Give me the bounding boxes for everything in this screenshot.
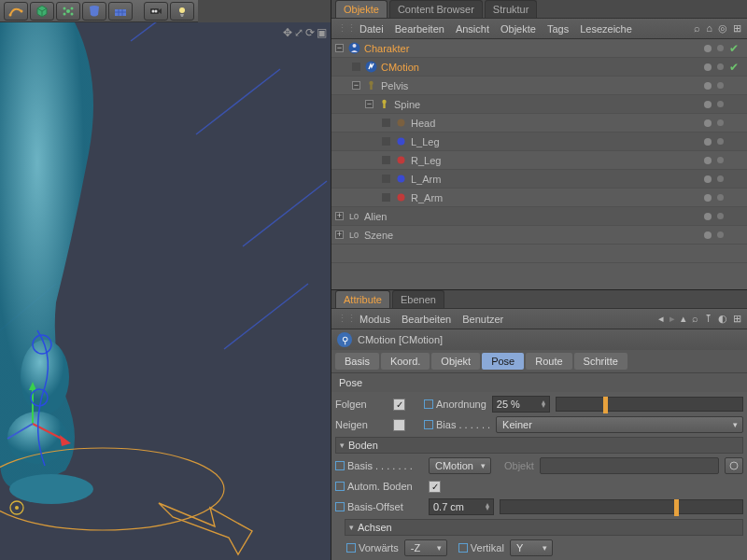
enable-check[interactable]: ✔ — [729, 43, 739, 54]
nav-back-icon[interactable]: ◂ — [658, 313, 664, 325]
tool-camera-icon[interactable] — [144, 2, 168, 21]
viewport-3d[interactable]: ✥ ⤢ ⟳ ▣ — [0, 22, 331, 560]
grip-icon[interactable]: ⋮⋮⋮ — [337, 22, 348, 35]
subtab-koord[interactable]: Koord. — [381, 353, 430, 370]
group-boden[interactable]: Boden — [335, 437, 743, 454]
gear-icon[interactable]: ◐ — [718, 313, 727, 325]
menu-lesezeichen[interactable]: Lesezeiche — [580, 23, 632, 35]
menu-benutzer[interactable]: Benutzer — [462, 314, 503, 325]
menu-tags[interactable]: Tags — [547, 23, 569, 35]
subtab-route[interactable]: Route — [526, 353, 571, 370]
select-vertikal[interactable]: Y — [510, 539, 553, 556]
svg-line-17 — [243, 181, 327, 246]
vp-zoom-icon[interactable]: ⤢ — [294, 26, 303, 39]
tree-item-alien[interactable]: Alien — [364, 211, 387, 222]
chk-neigen[interactable] — [393, 419, 405, 431]
tab-struktur[interactable]: Struktur — [485, 0, 538, 18]
tree-item-charakter[interactable]: Charakter — [364, 43, 409, 54]
tree-item-lleg[interactable]: L_Leg — [411, 136, 440, 147]
svg-point-45 — [730, 462, 738, 469]
input-objekt[interactable] — [540, 457, 719, 474]
chk-folgen[interactable]: ✓ — [393, 399, 405, 411]
lbl-vorwarts: Vorwärts — [359, 542, 399, 553]
tool-atom-icon[interactable] — [56, 2, 80, 21]
svg-point-5 — [63, 13, 66, 16]
svg-point-1 — [21, 10, 23, 13]
menu-icon[interactable]: ⊞ — [733, 22, 741, 35]
attr-subtabs: Basis Koord. Objekt Pose Route Schritte — [331, 350, 747, 373]
slider-anordnung[interactable] — [556, 397, 743, 412]
menu-objekte[interactable]: Objekte — [500, 23, 536, 35]
tool-deformer-icon[interactable] — [82, 2, 106, 21]
expander[interactable]: − — [335, 44, 344, 52]
lbl-basis-offset: Basis-Offset — [347, 501, 403, 512]
nav-fwd-icon[interactable]: ▸ — [669, 313, 675, 325]
home-icon[interactable]: ⌂ — [706, 22, 712, 35]
tree-item-szene[interactable]: Szene — [364, 230, 393, 241]
input-basis-offset[interactable]: 0.7 cm▴▾ — [429, 498, 494, 515]
tab-attribute[interactable]: Attribute — [335, 290, 390, 308]
group-achsen[interactable]: Achsen — [345, 519, 743, 536]
menu-datei[interactable]: Datei — [359, 23, 384, 35]
tree-item-head[interactable]: Head — [411, 118, 435, 129]
tree-item-pelvis[interactable]: Pelvis — [381, 80, 408, 91]
nav-up-icon[interactable]: ▴ — [681, 313, 686, 325]
vis-dot[interactable] — [704, 45, 712, 52]
chk-autom-boden[interactable]: ✓ — [429, 481, 441, 493]
grip-icon[interactable]: ⋮⋮⋮ — [337, 313, 348, 325]
search-icon[interactable]: ⌕ — [694, 22, 700, 35]
subtab-pose[interactable]: Pose — [482, 353, 524, 370]
svg-point-36 — [369, 81, 373, 85]
cmotion-icon — [364, 61, 377, 74]
search-icon[interactable]: ⌕ — [692, 313, 698, 325]
subtab-schritte[interactable]: Schritte — [574, 353, 627, 370]
lbl-objekt: Objekt — [504, 460, 534, 471]
tool-light-icon[interactable] — [170, 2, 194, 21]
select-bias[interactable]: Keiner — [496, 416, 743, 433]
lbl-folgen: Folgen — [335, 399, 367, 410]
menu-modus[interactable]: Modus — [359, 314, 390, 325]
tree-item-rleg[interactable]: R_Leg — [411, 155, 441, 166]
pick-object-icon[interactable] — [725, 457, 743, 474]
select-basis[interactable]: CMotion — [429, 457, 491, 474]
tool-spline-icon[interactable] — [4, 2, 28, 21]
lbl-basis: Basis . . . . . . . — [347, 460, 413, 471]
tree-item-larm[interactable]: L_Arm — [411, 174, 441, 185]
vp-rotate-icon[interactable]: ⟳ — [305, 26, 315, 39]
slider-basis-offset[interactable] — [500, 499, 743, 514]
viewport-content — [0, 22, 331, 560]
eye-icon[interactable]: ◎ — [718, 22, 727, 35]
tree-item-rarm[interactable]: R_Arm — [411, 192, 443, 203]
menu-icon[interactable]: ⊞ — [733, 313, 741, 325]
manager-tabs: Objekte Content Browser Struktur — [331, 0, 747, 19]
menu-bearbeiten-attr[interactable]: Bearbeiten — [402, 314, 451, 325]
object-manager-menubar: ⋮⋮⋮ Datei Bearbeiten Ansicht Objekte Tag… — [331, 19, 747, 39]
svg-line-18 — [224, 284, 308, 349]
tree-item-spine[interactable]: Spine — [394, 99, 420, 110]
right-panel: Objekte Content Browser Struktur ⋮⋮⋮ Dat… — [331, 0, 747, 560]
tree-item-cmotion[interactable]: CMotion — [381, 62, 419, 73]
subtab-basis[interactable]: Basis — [335, 353, 379, 370]
tab-objekte[interactable]: Objekte — [335, 0, 388, 18]
lock-icon[interactable]: ⤒ — [704, 313, 712, 325]
vp-pan-icon[interactable]: ✥ — [283, 26, 292, 39]
menu-bearbeiten[interactable]: Bearbeiten — [395, 23, 444, 35]
svg-rect-39 — [383, 104, 385, 108]
svg-point-14 — [179, 7, 185, 13]
tree-empty-area — [331, 245, 747, 289]
tab-ebenen[interactable]: Ebenen — [392, 290, 444, 308]
tool-cube-icon[interactable] — [30, 2, 54, 21]
vp-max-icon[interactable]: ▣ — [317, 26, 327, 39]
null-icon — [364, 79, 377, 92]
subtab-objekt[interactable]: Objekt — [431, 353, 480, 370]
anim-dot[interactable] — [424, 399, 433, 409]
select-vorwarts[interactable]: -Z — [404, 539, 447, 556]
menu-ansicht[interactable]: Ansicht — [456, 23, 489, 35]
pose-form: Folgen ✓ Anordnung 25 %▴▾ Neigen Bias . … — [331, 392, 747, 560]
tab-content-browser[interactable]: Content Browser — [389, 0, 483, 18]
input-anordnung[interactable]: 25 %▴▾ — [492, 396, 550, 413]
lbl-bias: Bias . . . . . . — [436, 419, 490, 430]
svg-point-38 — [382, 100, 386, 104]
cmotion-icon: ⚲ — [337, 332, 352, 347]
tool-floor-icon[interactable] — [108, 2, 133, 21]
